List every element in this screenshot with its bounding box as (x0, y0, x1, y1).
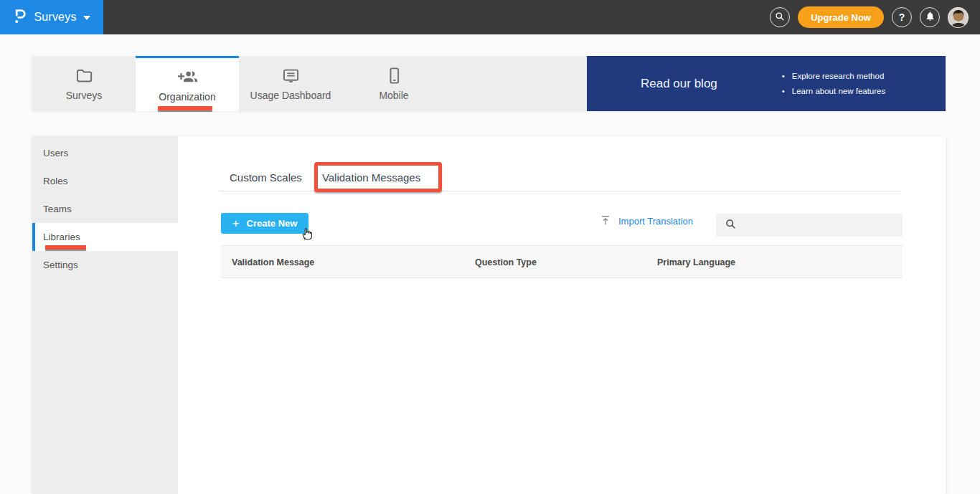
column-header-question-type: Question Type (475, 246, 537, 279)
help-button[interactable]: ? (892, 7, 912, 27)
chevron-down-icon (83, 16, 90, 20)
nav-tab-label: Surveys (66, 90, 103, 101)
column-header-primary-language: Primary Language (657, 246, 735, 279)
nav-tab-usage-dashboard[interactable]: Usage Dashboard (239, 56, 342, 111)
sidebar-item-label: Roles (43, 176, 68, 186)
table-search[interactable] (716, 214, 903, 237)
sidebar-item-label: Teams (43, 204, 72, 214)
top-bar: Surveys Upgrade Now ? (0, 0, 980, 34)
smartphone-icon (385, 66, 404, 85)
tab-label: Validation Messages (322, 171, 420, 184)
sidebar-item-libraries[interactable]: Libraries (32, 223, 178, 251)
help-icon: ? (899, 11, 905, 23)
promo-bullet-list: Explore research method Learn about new … (782, 69, 885, 99)
blog-promo-panel[interactable]: Read our blog Explore research method Le… (587, 56, 946, 111)
validation-table-header: Validation Message Question Type Primary… (221, 245, 903, 278)
annotation-underline-libraries (45, 245, 86, 250)
organization-panel: Users Roles Teams Libraries Settings Cus… (32, 136, 946, 494)
nav-tab-mobile[interactable]: Mobile (342, 56, 446, 111)
nav-tab-organization[interactable]: Organization (136, 56, 239, 111)
libraries-content: Custom Scales Validation Messages + Crea… (178, 136, 946, 494)
search-icon (774, 11, 786, 24)
folder-icon (75, 66, 94, 85)
create-new-button[interactable]: + Create New (221, 213, 308, 234)
app-switcher[interactable]: Surveys (0, 0, 103, 34)
search-button[interactable] (770, 7, 790, 27)
questionpro-logo-icon (13, 6, 27, 28)
column-header-validation-message: Validation Message (232, 246, 314, 279)
nav-tab-surveys[interactable]: Surveys (32, 56, 136, 111)
sidebar-item-label: Settings (43, 260, 78, 270)
module-nav: Surveys Organization Usage Dashboard Mob… (32, 56, 946, 111)
brand-label: Surveys (34, 11, 76, 24)
dashboard-screen-icon (281, 66, 301, 85)
group-add-icon (178, 67, 197, 87)
tab-custom-scales[interactable]: Custom Scales (220, 163, 312, 191)
promo-bullet: Explore research method (782, 69, 885, 84)
user-avatar[interactable] (948, 7, 969, 28)
library-tabs: Custom Scales Validation Messages (220, 163, 901, 191)
nav-tab-label: Usage Dashboard (250, 90, 331, 101)
nav-tab-label: Organization (159, 91, 215, 103)
notifications-button[interactable] (920, 7, 940, 27)
sidebar-item-settings[interactable]: Settings (32, 251, 178, 279)
import-translation-label: Import Translation (618, 216, 693, 227)
tab-label: Custom Scales (230, 171, 302, 184)
promo-bullet: Learn about new features (782, 84, 885, 99)
search-input[interactable] (743, 214, 903, 237)
create-new-label: Create New (247, 218, 298, 229)
import-translation-link[interactable]: Import Translation (600, 212, 693, 229)
sidebar-item-users[interactable]: Users (32, 139, 178, 167)
sidebar-item-teams[interactable]: Teams (32, 195, 178, 223)
sidebar-item-label: Users (43, 148, 68, 158)
sidebar-item-label: Libraries (43, 232, 80, 242)
nav-tab-label: Mobile (379, 90, 408, 101)
promo-title: Read our blog (641, 77, 717, 91)
tab-validation-messages[interactable]: Validation Messages (312, 163, 430, 191)
plus-icon: + (232, 217, 240, 229)
search-icon (725, 218, 737, 233)
bell-icon (925, 11, 936, 24)
sidebar-item-roles[interactable]: Roles (32, 167, 178, 195)
annotation-underline-organization (158, 106, 212, 110)
org-sidebar: Users Roles Teams Libraries Settings (32, 136, 178, 494)
upload-icon (600, 214, 611, 228)
upgrade-now-button[interactable]: Upgrade Now (798, 6, 884, 28)
